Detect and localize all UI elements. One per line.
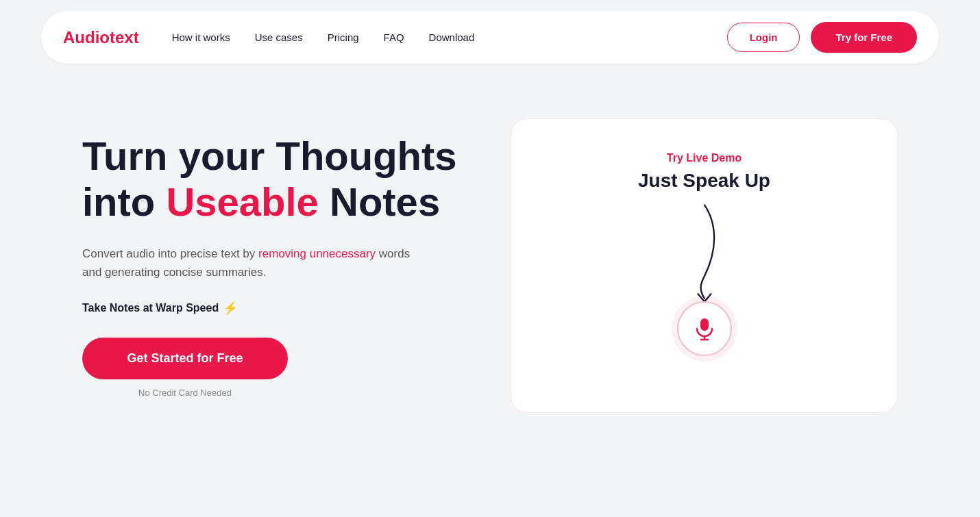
navbar-wrapper: Audiotext How it works Use cases Pricing… [0, 0, 980, 64]
hero-section: Turn your Thoughts into Useable Notes Co… [0, 64, 980, 413]
hero-title: Turn your Thoughts into Useable Notes [82, 134, 469, 225]
nav-item-faq[interactable]: FAQ [384, 31, 404, 44]
nav-item-how-it-works[interactable]: How it works [172, 31, 230, 44]
hero-left: Turn your Thoughts into Useable Notes Co… [82, 134, 469, 398]
get-started-button[interactable]: Get Started for Free [82, 338, 288, 379]
curved-arrow-icon [663, 199, 746, 308]
hero-description: Convert audio into precise text by remov… [82, 244, 411, 281]
demo-title: Just Speak Up [638, 170, 770, 192]
svg-rect-0 [700, 318, 709, 331]
microphone-icon [692, 316, 717, 341]
nav-item-use-cases[interactable]: Use cases [255, 31, 303, 44]
logo[interactable]: Audiotext [63, 28, 139, 47]
nav-left: Audiotext How it works Use cases Pricing… [63, 28, 474, 47]
nav-links: How it works Use cases Pricing FAQ Downl… [172, 31, 475, 44]
lightning-icon: ⚡ [223, 301, 238, 316]
nav-right: Login Try for Free [727, 22, 917, 53]
login-button[interactable]: Login [727, 23, 800, 52]
demo-card: Try Live Demo Just Speak Up [511, 118, 898, 413]
hero-tagline: Take Notes at Warp Speed ⚡ [82, 301, 469, 316]
arrow-container [539, 199, 870, 356]
description-link[interactable]: removing unnecessary [258, 247, 376, 260]
try-for-free-button[interactable]: Try for Free [811, 22, 917, 53]
demo-label: Try Live Demo [667, 152, 742, 164]
hero-right: Try Live Demo Just Speak Up [511, 118, 898, 413]
mic-button[interactable] [677, 301, 732, 356]
navbar: Audiotext How it works Use cases Pricing… [41, 11, 939, 64]
nav-item-download[interactable]: Download [429, 31, 475, 44]
no-credit-card-notice: No Credit Card Needed [82, 388, 288, 398]
nav-item-pricing[interactable]: Pricing [328, 31, 359, 44]
